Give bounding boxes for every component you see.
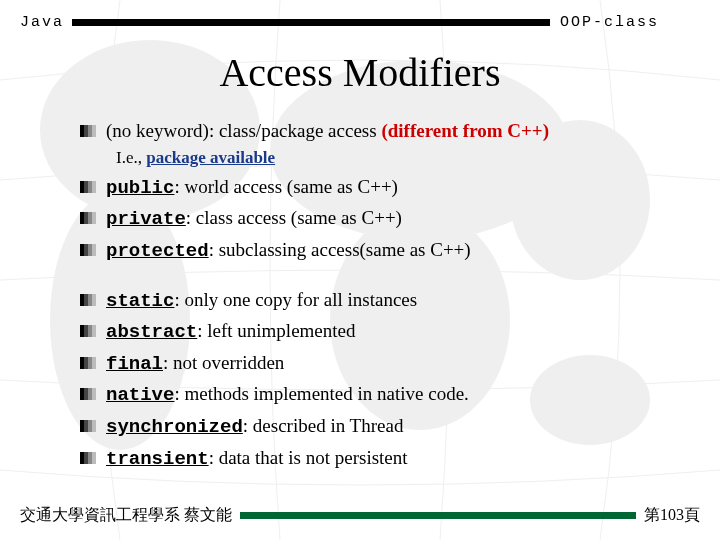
- list-item: (no keyword): class/package access (diff…: [80, 118, 700, 144]
- keyword: abstract: [106, 321, 197, 343]
- bullet-icon: [80, 357, 96, 369]
- item-text: (no keyword): class/package access: [106, 120, 381, 141]
- bullet-icon: [80, 294, 96, 306]
- item-text: : described in Thread: [243, 415, 404, 436]
- bullet-icon: [80, 388, 96, 400]
- bullet-icon: [80, 452, 96, 464]
- header-bar: Java OOP-class: [0, 0, 720, 31]
- list-item: final: not overridden: [80, 350, 700, 378]
- footer-left: 交通大學資訊工程學系 蔡文能: [20, 505, 232, 526]
- bullet-icon: [80, 181, 96, 193]
- sub-emphasis: package available: [146, 148, 275, 167]
- list-item: static: only one copy for all instances: [80, 287, 700, 315]
- item-text: : class access (same as C++): [186, 207, 402, 228]
- page-title: Access Modifiers: [0, 49, 720, 96]
- list-item: native: methods implemented in native co…: [80, 381, 700, 409]
- keyword: synchronized: [106, 416, 243, 438]
- list-item: transient: data that is not persistent: [80, 445, 700, 473]
- keyword: public: [106, 177, 174, 199]
- header-rule: [72, 19, 550, 26]
- bullet-icon: [80, 420, 96, 432]
- list-item: public: world access (same as C++): [80, 174, 700, 202]
- keyword: static: [106, 290, 174, 312]
- item-text: : not overridden: [163, 352, 284, 373]
- keyword: final: [106, 353, 163, 375]
- item-text: : subclassing access(same as C++): [209, 239, 471, 260]
- header-right: OOP-class: [550, 14, 700, 31]
- sub-item: I.e., package available: [116, 148, 700, 168]
- keyword: private: [106, 208, 186, 230]
- footer-bar: 交通大學資訊工程學系 蔡文能 第103頁: [0, 505, 720, 526]
- list-item: abstract: left unimplemented: [80, 318, 700, 346]
- bullet-icon: [80, 125, 96, 137]
- footer-rule: [240, 512, 636, 519]
- bullet-list: (no keyword): class/package access (diff…: [0, 118, 720, 472]
- bullet-icon: [80, 212, 96, 224]
- item-text: : world access (same as C++): [174, 176, 398, 197]
- list-item: protected: subclassing access(same as C+…: [80, 237, 700, 265]
- sub-text: I.e.,: [116, 148, 146, 167]
- keyword: native: [106, 384, 174, 406]
- keyword: protected: [106, 240, 209, 262]
- bullet-icon: [80, 325, 96, 337]
- item-text: : data that is not persistent: [209, 447, 408, 468]
- item-text: : methods implemented in native code.: [174, 383, 468, 404]
- item-emphasis: (different from C++): [381, 120, 549, 141]
- item-text: : left unimplemented: [197, 320, 355, 341]
- list-item: synchronized: described in Thread: [80, 413, 700, 441]
- list-item: private: class access (same as C++): [80, 205, 700, 233]
- keyword: transient: [106, 448, 209, 470]
- item-text: : only one copy for all instances: [174, 289, 417, 310]
- header-left: Java: [20, 14, 72, 31]
- bullet-icon: [80, 244, 96, 256]
- page-number: 第103頁: [644, 505, 700, 526]
